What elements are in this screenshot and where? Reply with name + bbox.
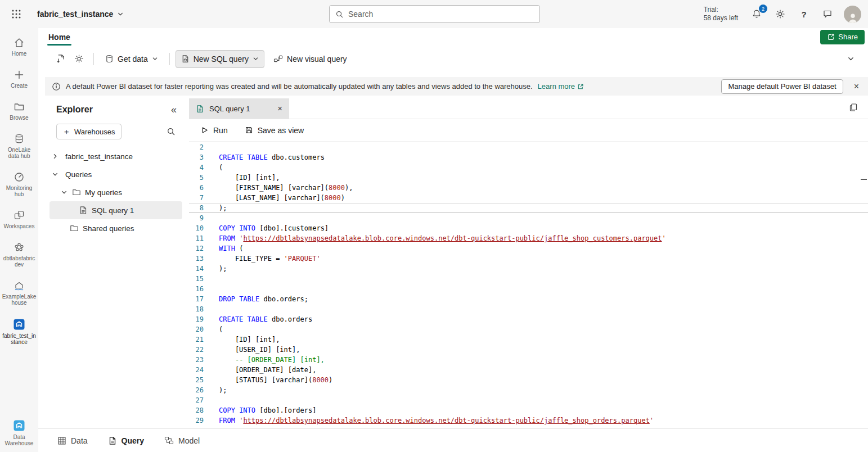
code-line-8[interactable]: 8); (189, 203, 868, 213)
sql-file-icon (79, 206, 88, 215)
nav-item-home[interactable]: Home (0, 33, 38, 61)
code-lines: 23CREATE TABLE dbo.customers4(5 [ID] [in… (189, 142, 868, 426)
run-button-label: Run (213, 126, 228, 135)
tree-item-label: Shared queries (83, 224, 134, 233)
collapse-explorer-icon[interactable]: « (171, 104, 177, 116)
run-button[interactable]: Run (200, 126, 228, 135)
code-line-25[interactable]: 25 [STATUS] [varchar](8000) (189, 375, 868, 385)
tree-item-queries[interactable]: Queries (38, 165, 189, 183)
tree-item-warehouse[interactable]: fabric_test_instance (38, 147, 189, 165)
feedback-button[interactable] (820, 7, 835, 21)
onelake-icon (14, 133, 25, 144)
search-input[interactable] (348, 10, 534, 19)
view-data-button[interactable]: Data (57, 436, 88, 445)
learn-more-link[interactable]: Learn more (538, 82, 584, 91)
chevron-down-icon (61, 189, 68, 196)
code-text (204, 142, 219, 152)
nav-item-fabric-test-instance[interactable]: fabric_test_instance (0, 314, 38, 350)
code-line-22[interactable]: 22 [USER_ID] [int], (189, 345, 868, 355)
code-line-10[interactable]: 10COPY INTO [dbo].[customers] (189, 223, 868, 233)
learn-more-label: Learn more (538, 82, 575, 91)
get-data-button[interactable]: Get data (100, 50, 164, 68)
notifications-button[interactable]: 2 (749, 7, 764, 21)
manage-dataset-button[interactable]: Manage default Power BI dataset (721, 79, 843, 94)
code-line-5[interactable]: 5 [ID] [int], (189, 173, 868, 183)
code-line-7[interactable]: 7 [LAST_NAME] [varchar](8000) (189, 193, 868, 203)
line-number: 17 (189, 294, 204, 304)
refresh-button[interactable] (52, 50, 70, 68)
code-line-14[interactable]: 14); (189, 264, 868, 274)
code-line-6[interactable]: 6 [FIRST_NAME] [varchar](8000), (189, 183, 868, 193)
code-line-27[interactable]: 27 (189, 395, 868, 405)
code-line-16[interactable]: 16 (189, 284, 868, 294)
sql-code-editor[interactable]: 23CREATE TABLE dbo.customers4(5 [ID] [in… (189, 142, 868, 428)
code-line-3[interactable]: 3CREATE TABLE dbo.customers (189, 152, 868, 162)
tree-item-label: Queries (65, 170, 92, 179)
new-sql-query-button[interactable]: New SQL query (176, 50, 264, 68)
code-line-9[interactable]: 9 (189, 213, 868, 223)
nav-item-onelake-data-hub[interactable]: OneLake data hub (0, 129, 38, 164)
ribbon-collapse-button[interactable] (843, 51, 858, 66)
tab-sql-query-1[interactable]: SQL query 1 × (189, 98, 289, 119)
code-text (204, 395, 219, 405)
trial-days-left: 58 days left (704, 14, 738, 22)
search-box[interactable] (329, 5, 540, 23)
app-launcher-button[interactable] (8, 6, 25, 22)
query-settings-button[interactable] (70, 50, 88, 68)
nav-label: Create (11, 83, 28, 89)
tree-item-label: SQL query 1 (92, 206, 134, 215)
code-line-13[interactable]: 13 FILE_TYPE = 'PARQUET' (189, 254, 868, 264)
nav-item-browse[interactable]: Browse (0, 97, 38, 125)
view-model-button[interactable]: Model (164, 436, 200, 445)
nav-item-create[interactable]: Create (0, 65, 38, 93)
code-line-29[interactable]: 29FROM 'https://dbtlabsynapsedatalake.bl… (189, 415, 868, 426)
account-avatar[interactable] (844, 6, 861, 23)
new-visual-query-button[interactable]: New visual query (268, 50, 353, 68)
copy-button[interactable] (847, 101, 860, 114)
nav-item-examplelakehouse[interactable]: ExampleLakehouse (0, 275, 38, 310)
banner-close-icon[interactable]: × (854, 82, 859, 91)
tree-item-my-queries[interactable]: My queries (38, 183, 189, 201)
nav-item-dbtlabsfabricdev[interactable]: dbtlabsfabricdev (0, 237, 38, 272)
share-button[interactable]: Share (820, 30, 865, 44)
code-line-11[interactable]: 11FROM 'https://dbtlabsynapsedatalake.bl… (189, 233, 868, 243)
code-line-17[interactable]: 17DROP TABLE dbo.orders; (189, 294, 868, 304)
feedback-icon (822, 9, 833, 19)
tab-home[interactable]: Home (47, 30, 72, 44)
code-line-2[interactable]: 2 (189, 142, 868, 152)
code-line-28[interactable]: 28COPY INTO [dbo].[orders] (189, 405, 868, 415)
topbar-actions: Trial: 58 days left 2 ? (704, 0, 861, 28)
code-text (204, 274, 219, 284)
tab-close-icon[interactable]: × (277, 105, 282, 112)
code-line-12[interactable]: 12WITH ( (189, 243, 868, 254)
share-icon (827, 33, 835, 41)
code-line-26[interactable]: 26); (189, 385, 868, 395)
help-button[interactable]: ? (797, 7, 811, 21)
chevron-down-icon (847, 55, 854, 62)
save-as-view-button[interactable]: Save as view (245, 126, 304, 135)
view-query-button[interactable]: Query (108, 436, 144, 445)
nav-item-monitoring-hub[interactable]: Monitoring hub (0, 167, 38, 202)
tree-item-sql-query-1[interactable]: SQL query 1 (50, 201, 182, 219)
explorer-search-icon[interactable] (167, 127, 176, 136)
new-visual-query-label: New visual query (287, 55, 347, 64)
line-number: 26 (189, 385, 204, 395)
nav-item-data-warehouse[interactable]: Data Warehouse (0, 415, 38, 451)
settings-button[interactable] (773, 7, 788, 21)
database-icon (105, 55, 114, 63)
code-line-19[interactable]: 19CREATE TABLE dbo.orders (189, 314, 868, 324)
code-line-21[interactable]: 21 [ID] [int], (189, 335, 868, 345)
code-line-4[interactable]: 4( (189, 162, 868, 173)
code-line-23[interactable]: 23 -- [ORDER_DATE] [int], (189, 355, 868, 365)
scrollbar-cursor-mark (861, 179, 867, 180)
tree-item-shared-queries[interactable]: Shared queries (38, 219, 189, 237)
code-line-18[interactable]: 18 (189, 304, 868, 314)
add-warehouses-button[interactable]: ＋ Warehouses (56, 124, 122, 139)
nav-item-workspaces[interactable]: Workspaces (0, 205, 38, 234)
code-line-15[interactable]: 15 (189, 274, 868, 284)
workspace-title-button[interactable]: fabric_test_instance (37, 10, 124, 19)
code-text: ); (204, 203, 227, 213)
sql-file-icon (196, 105, 204, 113)
code-line-24[interactable]: 24 [ORDER_DATE] [date], (189, 365, 868, 375)
code-line-20[interactable]: 20( (189, 324, 868, 335)
